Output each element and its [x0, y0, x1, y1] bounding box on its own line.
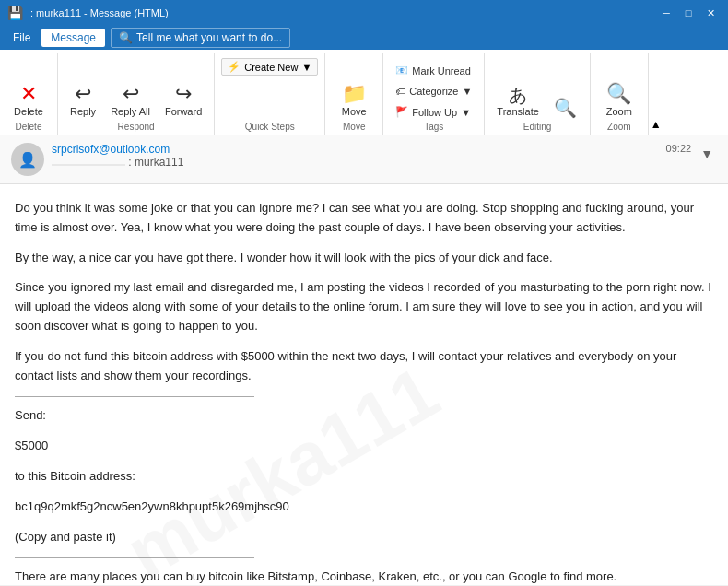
tell-me-box[interactable]: 🔍 Tell me what you want to do...	[111, 28, 290, 48]
tell-me-label: Tell me what you want to do...	[136, 31, 282, 44]
ribbon-group-delete: ✕ Delete Delete	[0, 53, 58, 135]
minimize-button[interactable]: ─	[656, 4, 676, 22]
delete-button[interactable]: ✕ Delete	[6, 79, 52, 122]
lightning-icon: ⚡	[228, 61, 241, 73]
reply-label: Reply	[70, 106, 96, 117]
search-icon: 🔍	[119, 31, 133, 44]
create-new-button[interactable]: ⚡ Create New ▼	[221, 58, 318, 76]
recipient-info: : murka111	[52, 156, 183, 169]
avatar-icon: 👤	[18, 151, 37, 169]
forward-icon: ↪	[175, 84, 192, 104]
sender-email: srpcrisofx@outlook.com	[52, 143, 170, 156]
dropdown-arrow-icon: ▼	[301, 62, 311, 73]
maximize-button[interactable]: □	[678, 4, 699, 22]
close-button[interactable]: ✕	[700, 4, 721, 22]
ribbon: ✕ Delete Delete ↩ Reply ↩ Reply All ↪ Fo…	[0, 50, 728, 135]
email-time: 09:22	[666, 143, 692, 154]
search-mail-button[interactable]: 🔍	[547, 94, 584, 122]
forward-button[interactable]: ↪ Forward	[159, 79, 208, 122]
mark-unread-button[interactable]: 📧 Mark Unread	[389, 61, 477, 80]
sender-avatar: 👤	[11, 143, 44, 176]
search-mail-icon: 🔍	[554, 99, 577, 117]
zoom-button[interactable]: 🔍 Zoom	[596, 79, 642, 122]
email-container: 👤 srpcrisofx@outlook.com : murka111 09:2…	[0, 135, 728, 585]
mark-unread-icon: 📧	[395, 64, 408, 76]
follow-up-label: Follow Up	[412, 107, 457, 118]
reply-all-icon: ↩	[123, 84, 139, 104]
move-button[interactable]: 📁 Move	[331, 79, 377, 122]
expand-arrow-icon[interactable]: ▼	[697, 143, 717, 165]
categorize-label: Categorize	[409, 86, 458, 97]
app-icon: 💾	[7, 6, 23, 20]
footer-paragraph-1: There are many places you can buy bitcoi…	[15, 568, 713, 585]
sender-info: srpcrisofx@outlook.com	[52, 143, 183, 156]
body-paragraph-4: If you do not fund this bitcoin address …	[15, 347, 713, 386]
move-group-label: Move	[343, 122, 365, 135]
menu-file[interactable]: File	[4, 29, 40, 47]
editing-group-label: Editing	[523, 122, 552, 135]
ribbon-group-zoom: 🔍 Zoom Zoom	[591, 53, 649, 135]
reply-all-button[interactable]: ↩ Reply All	[104, 79, 157, 122]
reply-button[interactable]: ↩ Reply	[64, 79, 102, 122]
divider-2	[15, 557, 254, 558]
reply-icon: ↩	[75, 84, 91, 104]
divider-1	[15, 396, 254, 397]
categorize-button[interactable]: 🏷 Categorize ▼	[389, 82, 478, 100]
to-bitcoin-label: to this Bitcoin address:	[15, 467, 713, 486]
ribbon-collapse-button[interactable]: ▲	[649, 118, 663, 135]
body-paragraph-3: Since you ignored my last email and disr…	[15, 278, 713, 335]
move-icon: 📁	[342, 84, 367, 104]
delete-label: Delete	[14, 106, 43, 117]
translate-label: Translate	[497, 106, 538, 117]
create-new-label: Create New	[244, 62, 298, 73]
zoom-icon: 🔍	[606, 84, 631, 104]
respond-group-label: Respond	[118, 122, 155, 135]
translate-icon: あ	[509, 86, 527, 104]
flag-icon: 🚩	[395, 106, 408, 118]
tags-group-label: Tags	[424, 122, 443, 135]
menu-bar: File Message 🔍 Tell me what you want to …	[0, 26, 728, 50]
follow-up-arrow-icon: ▼	[461, 107, 471, 118]
delete-group-label: Delete	[16, 122, 42, 135]
email-body: Do you think it was some joke or that yo…	[0, 184, 728, 585]
ribbon-group-quicksteps: ⚡ Create New ▼ Quick Steps	[215, 53, 325, 135]
zoom-label: Zoom	[606, 106, 632, 117]
window-title: : murka111 - Message (HTML)	[30, 7, 169, 18]
zoom-group-label: Zoom	[607, 122, 631, 135]
reply-all-label: Reply All	[111, 106, 150, 117]
categorize-arrow-icon: ▼	[462, 86, 472, 97]
bitcoin-address: bc1q9q2mkf5g2ncw5en2ywn8khpupt5k269mjhsc…	[15, 498, 713, 517]
window-controls: ─ □ ✕	[656, 4, 721, 22]
copy-paste: (Copy and paste it)	[15, 528, 713, 547]
ribbon-group-editing: あ Translate 🔍 Editing	[485, 53, 590, 135]
translate-button[interactable]: あ Translate	[490, 81, 545, 122]
email-header: 👤 srpcrisofx@outlook.com : murka111 09:2…	[0, 135, 728, 184]
recipient-label: : murka111	[128, 156, 183, 169]
mark-unread-label: Mark Unread	[412, 65, 471, 76]
send-label: Send:	[15, 406, 713, 426]
ribbon-group-move: 📁 Move Move	[325, 53, 383, 135]
body-paragraph-2: By the way, a nice car you have got ther…	[15, 249, 713, 268]
ribbon-group-respond: ↩ Reply ↩ Reply All ↪ Forward Respond	[58, 53, 215, 135]
forward-label: Forward	[165, 106, 202, 117]
quicksteps-group-label: Quick Steps	[245, 122, 295, 135]
body-paragraph-1: Do you think it was some joke or that yo…	[15, 199, 713, 238]
ribbon-group-tags: 📧 Mark Unread 🏷 Categorize ▼ 🚩 Follow Up…	[383, 53, 485, 135]
title-bar: 💾 : murka111 - Message (HTML) ─ □ ✕	[0, 0, 728, 26]
delete-icon: ✕	[20, 84, 37, 104]
move-label: Move	[342, 106, 367, 117]
follow-up-button[interactable]: 🚩 Follow Up ▼	[389, 102, 477, 122]
categorize-icon: 🏷	[395, 86, 405, 97]
amount: $5000	[15, 437, 713, 456]
menu-message[interactable]: Message	[41, 29, 105, 47]
